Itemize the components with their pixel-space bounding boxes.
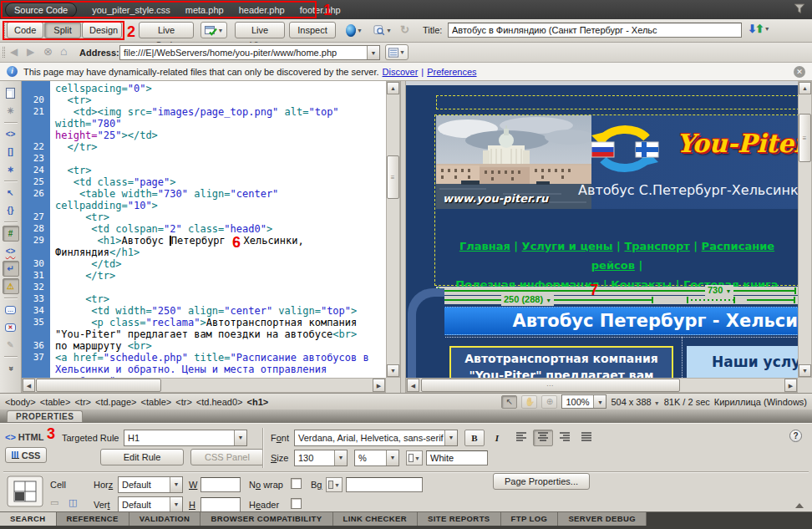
site-header-image[interactable]: You-Piter Автобус С.Петербург-Хельсинки … xyxy=(436,115,798,209)
scroll-down-icon[interactable]: ▼ xyxy=(387,364,399,377)
title-input[interactable] xyxy=(448,23,742,38)
discover-link[interactable]: Discover xyxy=(383,67,419,77)
services-heading-box[interactable]: Наши услуги xyxy=(687,346,798,378)
design-nav-link[interactable]: Услуги и цены xyxy=(522,240,613,252)
preferences-link[interactable]: Preferences xyxy=(427,67,476,77)
address-input[interactable]: file:///E|/WebServers/home/you-piter/www… xyxy=(119,45,380,60)
text-color-swatch[interactable]: ▼ xyxy=(406,450,423,465)
help-icon[interactable]: ? xyxy=(789,430,802,442)
filter-related-files-icon[interactable] xyxy=(794,3,805,16)
code-view-pane[interactable]: cellspacing="0">20 <tr>21 <td><img src="… xyxy=(22,81,386,378)
remove-comment-icon[interactable]: ✕ xyxy=(3,319,19,335)
collapse-panel-icon[interactable] xyxy=(795,503,804,508)
design-nav-link[interactable]: Транспорт xyxy=(624,240,689,252)
code-line[interactable]: 22 </tr> xyxy=(22,141,386,153)
code-line[interactable]: 25 <td class="page"> xyxy=(22,176,386,188)
html-mode-button[interactable]: <>HTML xyxy=(5,430,47,444)
recent-snippets-icon[interactable]: » xyxy=(3,360,19,376)
code-vertical-scrollbar[interactable]: ▲ ≡ ▼ xyxy=(386,81,400,378)
scrollbar-thumb[interactable]: ≡ xyxy=(799,114,811,162)
panel-tab-site-reports[interactable]: SITE REPORTS xyxy=(418,512,500,526)
word-wrap-icon[interactable]: ↵ xyxy=(3,261,19,277)
dropdown-arrow-icon[interactable]: ▼ xyxy=(386,450,398,465)
code-line[interactable]: 21 <td><img src="images/page_top.png" al… xyxy=(22,106,386,141)
code-line[interactable]: 28 <td colspan="2" class="head0"> xyxy=(22,223,386,235)
forward-icon[interactable]: ▶ xyxy=(27,46,34,58)
code-horizontal-scrollbar[interactable]: ◀ ▶ xyxy=(22,378,386,393)
italic-button[interactable]: I xyxy=(487,430,507,446)
dropdown-arrow-icon[interactable]: ▼ xyxy=(170,497,182,512)
apply-comment-icon[interactable]: … xyxy=(3,302,19,318)
css-mode-button[interactable]: CSS xyxy=(5,447,47,463)
tag-selector-item[interactable]: <table> xyxy=(40,397,71,407)
code-line[interactable]: 33 <tr> xyxy=(22,293,386,305)
code-line[interactable]: 35 <p class="reclama">Автотранспортная к… xyxy=(22,317,386,340)
design-view-button[interactable]: Design xyxy=(82,22,122,38)
select-parent-tag-icon[interactable]: ↖ xyxy=(3,185,19,201)
scrollbar-thumb[interactable]: ≡ xyxy=(387,155,399,199)
preview-in-browser-button[interactable]: ▼ xyxy=(343,22,366,38)
file-list-button[interactable]: ▼ xyxy=(385,44,409,60)
panel-tab-link-checker[interactable]: LINK CHECKER xyxy=(333,512,419,526)
stop-icon[interactable]: ⊗ xyxy=(43,45,53,58)
magnification-select[interactable]: 100%▼ xyxy=(561,394,606,409)
scroll-left-icon[interactable]: ◀ xyxy=(23,379,35,392)
code-line[interactable]: 30 </td> xyxy=(22,258,386,270)
dropdown-arrow-icon[interactable]: ▼ xyxy=(334,450,347,465)
select-tool-icon[interactable]: ↖ xyxy=(501,395,517,409)
panel-tab-server-debug[interactable]: SERVER DEBUG xyxy=(558,512,647,526)
align-left-button[interactable] xyxy=(511,430,531,446)
targeted-rule-select[interactable]: H1▼ xyxy=(124,430,247,446)
window-size-select[interactable]: 504 x 388 ▼ xyxy=(611,397,659,407)
design-nav-link[interactable]: Главная xyxy=(459,240,510,252)
bg-color-swatch[interactable]: ▼ xyxy=(326,477,343,492)
bold-button[interactable]: B xyxy=(464,430,485,446)
design-vertical-scrollbar[interactable]: ▲ ≡ ▼ xyxy=(798,81,812,378)
code-line[interactable]: 24 <tr> xyxy=(22,165,386,176)
tag-selector-item[interactable]: <tr> xyxy=(175,397,192,407)
toolbar-grip[interactable] xyxy=(3,23,5,38)
design-view-pane[interactable]: You-Piter Автобус С.Петербург-Хельсинки … xyxy=(406,81,798,378)
edit-rule-button[interactable]: Edit Rule xyxy=(100,449,184,465)
inspect-button[interactable]: Inspect xyxy=(289,22,336,38)
vert-select[interactable]: Default▼ xyxy=(118,496,183,513)
code-line[interactable]: 32 xyxy=(22,282,386,293)
panel-tab-search[interactable]: SEARCH xyxy=(0,512,57,526)
syntax-error-alerts-icon[interactable]: ⚠ xyxy=(3,278,19,294)
h-input[interactable] xyxy=(200,497,241,512)
validate-markup-button[interactable]: ▼ xyxy=(370,22,395,38)
design-horizontal-scrollbar[interactable]: ◀ ⋯ ▶ xyxy=(406,378,798,393)
code-line[interactable]: 34 <td width="250" align="center" valign… xyxy=(22,305,386,317)
panel-tab-ftp-log[interactable]: FTP LOG xyxy=(501,512,559,526)
text-color-input[interactable] xyxy=(426,450,488,465)
w-input[interactable] xyxy=(200,477,241,492)
tag-selector-item[interactable]: <body> xyxy=(5,397,36,407)
column-width-menu-icon[interactable]: ▼ xyxy=(546,298,551,303)
split-cell-icon[interactable]: ◫ xyxy=(69,497,77,508)
table-width-menu-icon[interactable]: ▼ xyxy=(725,288,731,294)
tag-selector-item[interactable]: <tr> xyxy=(74,397,91,407)
align-right-button[interactable] xyxy=(555,430,575,446)
panel-tab-reference[interactable]: REFERENCE xyxy=(57,512,129,526)
dropdown-arrow-icon[interactable]: ▼ xyxy=(593,395,606,408)
page-properties-button[interactable]: Page Properties... xyxy=(493,473,590,490)
dropdown-arrow-icon[interactable]: ▼ xyxy=(170,477,182,492)
table-width-bar-730[interactable]: 730 ▼ xyxy=(436,287,798,295)
code-view-button[interactable]: Code xyxy=(7,22,43,38)
file-management-button[interactable]: ⬇ ⬆ ▼ xyxy=(748,23,770,35)
related-file-tab[interactable]: header.php xyxy=(239,5,285,15)
scroll-down-icon[interactable]: ▼ xyxy=(799,364,811,377)
size-unit-select[interactable]: %▼ xyxy=(354,450,399,466)
scrollbar-thumb[interactable] xyxy=(36,379,161,392)
highlight-invalid-code-icon[interactable]: <> xyxy=(3,243,19,259)
home-icon[interactable]: ⌂ xyxy=(60,44,67,58)
balance-braces-icon[interactable]: {} xyxy=(3,202,19,218)
code-line[interactable]: 26 <table width="730" align="center" cel… xyxy=(22,188,386,211)
live-view-button[interactable]: Live View xyxy=(235,22,285,38)
size-select[interactable]: 130▼ xyxy=(294,450,348,466)
align-center-button[interactable] xyxy=(533,430,553,446)
collapse-full-tag-icon[interactable]: <> xyxy=(3,126,19,142)
source-code-tab[interactable]: Source Code xyxy=(5,3,77,18)
font-select[interactable]: Verdana, Arial, Helvetica, sans-serif▼ xyxy=(294,430,458,446)
back-icon[interactable]: ◀ xyxy=(10,46,18,58)
